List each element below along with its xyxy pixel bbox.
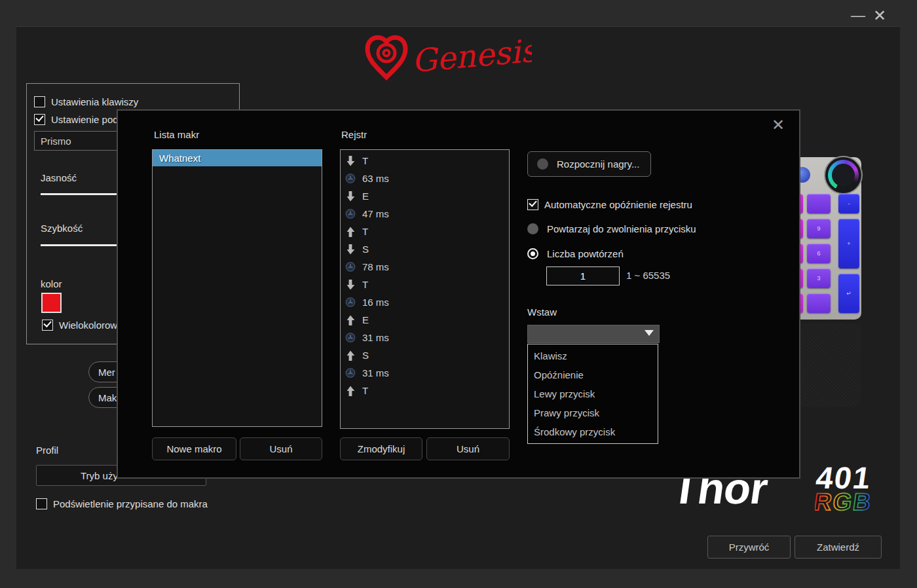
macro-dialog: ✕ Lista makr Whatnext Nowe makro Usuń Re… <box>117 109 800 479</box>
radio-label: Liczba powtórzeń <box>547 248 624 259</box>
checkbox-icon <box>527 199 538 210</box>
key-down-icon <box>345 155 356 167</box>
color-swatch[interactable] <box>41 293 62 313</box>
start-recording-button[interactable]: Rozpocznij nagry... <box>527 151 651 177</box>
macro-backlight-checkbox[interactable]: Podświetlenie przypisane do makra <box>36 498 208 509</box>
genesis-logo-text: Genesis <box>410 31 532 79</box>
delay-icon <box>345 173 356 184</box>
macro-list[interactable]: Whatnext <box>152 149 322 427</box>
macro-event-row[interactable]: T <box>341 152 509 170</box>
insert-select[interactable] <box>527 325 660 343</box>
insert-options-list[interactable]: KlawiszOpóźnienieLewy przyciskPrawy przy… <box>527 344 658 444</box>
keyboard-key <box>807 293 831 313</box>
key-up-icon <box>345 314 356 326</box>
profile-label: Profil <box>36 445 58 456</box>
repeat-count-range: 1 ~ 65535 <box>626 270 670 281</box>
macro-list-title: Lista makr <box>154 129 199 140</box>
modify-event-button[interactable]: Zmodyfikuj <box>340 437 422 460</box>
genesis-logo: Genesis <box>362 31 532 86</box>
insert-option[interactable]: Opóźnienie <box>528 365 658 384</box>
keys-settings-checkbox[interactable]: Ustawienia klawiszy <box>34 96 138 107</box>
macro-event-row[interactable]: E <box>341 187 509 205</box>
macro-event-row[interactable]: S <box>341 346 509 364</box>
checkbox-label: Automatyczne opóźnienie rejestru <box>544 199 692 210</box>
keyboard-key: 6 <box>807 244 831 263</box>
key-down-icon <box>345 279 356 291</box>
delay-icon <box>345 332 356 343</box>
macro-event-row[interactable]: 78 ms <box>341 258 509 276</box>
modify-event-button-label: Zmodyfikuj <box>358 443 405 454</box>
new-macro-button[interactable]: Nowe makro <box>152 437 236 460</box>
macro-event-row[interactable]: 63 ms <box>341 170 509 187</box>
checkbox-icon <box>42 320 53 331</box>
auto-delay-checkbox[interactable]: Automatyczne opóźnienie rejestru <box>527 199 692 210</box>
effect-select-value: Prismo <box>41 136 71 147</box>
macro-event-row[interactable]: 16 ms <box>341 293 509 311</box>
event-label: S <box>362 244 369 255</box>
insert-option[interactable]: Lewy przycisk <box>528 384 658 403</box>
macro-list-item[interactable]: Whatnext <box>153 150 322 166</box>
macro-event-row[interactable]: T <box>341 382 509 399</box>
radio-icon <box>527 248 538 259</box>
insert-option[interactable]: Prawy przycisk <box>528 403 658 422</box>
insert-label: Wstaw <box>527 306 557 318</box>
event-label: T <box>362 279 368 290</box>
multicolor-checkbox[interactable]: Wielokolorow <box>42 320 117 331</box>
apply-button-label: Zatwierdź <box>817 542 859 553</box>
event-label: E <box>362 314 369 325</box>
delete-event-button[interactable]: Usuń <box>426 437 510 460</box>
mak-button-label: Mak <box>98 392 117 403</box>
event-label: T <box>362 385 368 396</box>
delete-macro-button[interactable]: Usuń <box>240 437 322 460</box>
key-up-icon <box>345 385 356 397</box>
key-up-icon <box>345 226 356 238</box>
product-variant-logo: RGB <box>815 488 888 519</box>
key-up-icon <box>345 350 356 361</box>
keyboard-key: 9 <box>807 219 831 238</box>
checkbox-label: Ustawienia klawiszy <box>51 96 138 107</box>
macro-event-row[interactable]: 31 ms <box>341 329 509 346</box>
backlight-settings-checkbox[interactable]: Ustawienie pods <box>34 114 123 125</box>
macro-event-row[interactable]: T <box>341 223 509 240</box>
event-label: E <box>362 191 369 202</box>
event-label: T <box>362 226 368 237</box>
macro-event-row[interactable]: 47 ms <box>341 205 509 223</box>
macro-event-row[interactable]: S <box>341 240 509 258</box>
chevron-down-icon <box>645 330 654 336</box>
close-button[interactable]: ✕ <box>873 8 886 24</box>
volume-knob-icon <box>825 157 861 193</box>
delete-macro-button-label: Usuń <box>269 443 292 454</box>
repeat-count-input[interactable] <box>546 266 620 285</box>
dialog-close-icon[interactable]: ✕ <box>772 116 785 134</box>
speed-label: Szybkość <box>41 223 83 234</box>
product-variant-text: RGB <box>815 488 874 515</box>
brightness-label: Jasność <box>41 172 77 183</box>
keyboard-key: 3 <box>807 268 831 288</box>
event-label: 31 ms <box>362 367 389 378</box>
checkbox-label: Ustawienie pods <box>51 114 123 125</box>
repeat-until-release-radio[interactable]: Powtarzaj do zwolnienia przycisku <box>527 223 696 234</box>
delay-icon <box>345 367 356 378</box>
macro-event-row[interactable]: 31 ms <box>341 364 509 382</box>
repeat-count-radio[interactable]: Liczba powtórzeń <box>527 248 624 259</box>
register-list[interactable]: T63 msE47 msTS78 msT16 msE31 msS31 msT <box>340 149 510 429</box>
delay-icon <box>345 208 356 219</box>
delay-icon <box>345 261 356 272</box>
macro-event-row[interactable]: E <box>341 311 509 329</box>
radio-label: Powtarzaj do zwolnienia przycisku <box>547 223 696 234</box>
minimize-button[interactable]: — <box>851 9 865 23</box>
event-label: S <box>362 350 369 361</box>
insert-option[interactable]: Środkowy przycisk <box>528 422 658 441</box>
app-window: — ✕ Genesis 9 6 3 - + ↵ <box>0 0 917 588</box>
checkbox-icon <box>34 114 45 125</box>
restore-button[interactable]: Przywróć <box>707 536 791 559</box>
checkbox-label: Podświetlenie przypisane do makra <box>53 498 208 509</box>
event-label: 16 ms <box>362 297 389 308</box>
insert-option[interactable]: Klawisz <box>528 346 658 365</box>
delay-icon <box>345 297 356 308</box>
macro-event-row[interactable]: T <box>341 276 509 293</box>
event-label: 47 ms <box>362 208 389 219</box>
apply-button[interactable]: Zatwierdź <box>795 536 882 559</box>
checkbox-icon <box>34 96 45 107</box>
delete-event-button-label: Usuń <box>457 443 479 454</box>
